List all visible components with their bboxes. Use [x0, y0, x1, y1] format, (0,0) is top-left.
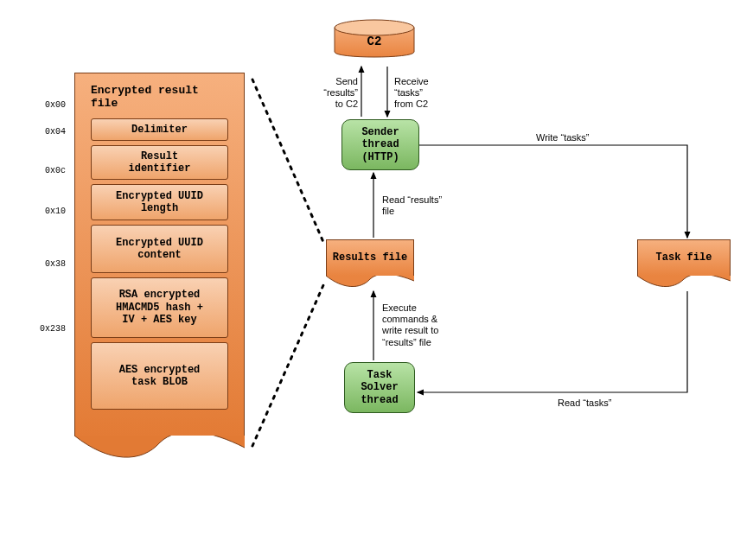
label-write-tasks: Write “tasks”: [536, 132, 590, 143]
offset-2: 0x0c: [45, 166, 66, 175]
encrypted-file-title: Encrypted result file: [91, 84, 228, 110]
struct-row-0: Delimiter: [91, 118, 228, 141]
svg-line-7: [252, 285, 323, 446]
offset-4: 0x38: [45, 259, 66, 269]
results-file: Results file: [326, 239, 414, 290]
offset-5: 0x238: [40, 324, 66, 334]
struct-row-4: RSA encrypted HMACMD5 hash + IV + AES ke…: [91, 277, 228, 338]
label-read-results: Read “results” file: [382, 194, 442, 217]
label-exec-write: Execute commands & write result to “resu…: [382, 302, 438, 348]
label-read-tasks: Read “tasks”: [558, 398, 611, 409]
c2-label: C2: [335, 31, 414, 52]
struct-row-1: Result identifier: [91, 145, 228, 180]
task-file: Task file: [637, 239, 731, 290]
offset-3: 0x10: [45, 207, 66, 216]
label-receive-from-c2: Receive “tasks” from C2: [394, 76, 446, 111]
struct-row-2: Encrypted UUID length: [91, 184, 228, 220]
encrypted-result-file: Encrypted result file Delimiter Result i…: [74, 73, 245, 465]
sender-thread-box: Sender thread (HTTP): [341, 119, 419, 170]
offset-1: 0x04: [45, 127, 66, 137]
offset-0: 0x00: [45, 100, 66, 110]
struct-row-5: AES encrypted task BLOB: [91, 342, 228, 410]
struct-row-3: Encrypted UUID content: [91, 225, 228, 273]
label-send-to-c2: Send “results” to C2: [313, 76, 358, 111]
task-solver-box: Task Solver thread: [344, 362, 415, 413]
